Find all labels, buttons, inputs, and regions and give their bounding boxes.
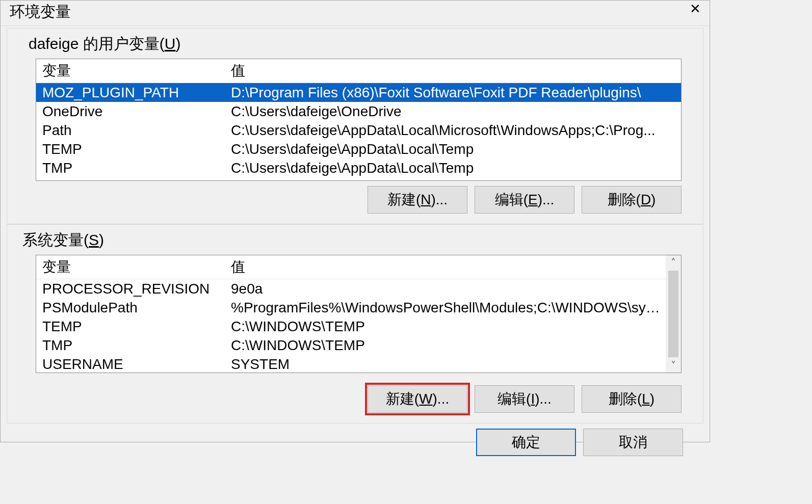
cell-value: D:\Program Files (x86)\Foxit Software\Fo…: [229, 83, 681, 102]
system-edit-button[interactable]: 编辑(I)...: [475, 385, 574, 413]
column-variable[interactable]: 变量: [36, 255, 229, 279]
cell-variable: PROCESSOR_REVISION: [36, 279, 229, 298]
list-header: 变量 值: [36, 59, 681, 83]
table-row[interactable]: PROCESSOR_REVISION9e0a: [36, 279, 666, 298]
scroll-down-icon[interactable]: ˅: [666, 358, 680, 373]
system-variables-list[interactable]: 变量 值 PROCESSOR_REVISION9e0aPSModulePath%…: [36, 255, 682, 373]
window-title: 环境变量: [10, 2, 71, 22]
user-variables-group: dafeige 的用户变量(U) 变量 值 MOZ_PLUGIN_PATHD:\…: [7, 28, 703, 224]
environment-variables-dialog: 环境变量 ✕ dafeige 的用户变量(U) 变量 值 MOZ_PLUGIN_…: [0, 0, 710, 442]
system-new-button[interactable]: 新建(W)...: [368, 385, 467, 413]
scroll-up-icon[interactable]: ˄: [666, 255, 680, 270]
cell-value: C:\Users\dafeige\AppData\Local\Temp: [229, 158, 681, 177]
cell-variable: TEMP: [36, 317, 229, 336]
table-row[interactable]: TMPC:\Users\dafeige\AppData\Local\Temp: [36, 158, 681, 177]
cell-value: C:\Users\dafeige\AppData\Local\Temp: [229, 140, 681, 158]
table-row[interactable]: USERNAMESYSTEM: [36, 355, 666, 374]
system-variables-group: 系统变量(S) 变量 值 PROCESSOR_REVISION9e0aPSMod…: [7, 224, 703, 423]
list-header: 变量 值: [36, 255, 666, 279]
ok-button[interactable]: 确定: [476, 429, 576, 456]
cell-variable: OneDrive: [36, 102, 229, 121]
user-variables-list[interactable]: 变量 值 MOZ_PLUGIN_PATHD:\Program Files (x8…: [36, 59, 682, 181]
cell-value: SYSTEM: [229, 355, 666, 374]
cell-variable: Path: [36, 121, 229, 140]
table-row[interactable]: MOZ_PLUGIN_PATHD:\Program Files (x86)\Fo…: [36, 83, 681, 102]
table-row[interactable]: PSModulePath%ProgramFiles%\WindowsPowerS…: [36, 298, 666, 317]
table-row[interactable]: TMPC:\WINDOWS\TEMP: [36, 336, 666, 355]
cell-variable: TMP: [36, 336, 229, 355]
user-label-post: ): [175, 35, 180, 52]
table-row[interactable]: TEMPC:\Users\dafeige\AppData\Local\Temp: [36, 140, 681, 158]
cell-variable: TEMP: [36, 140, 229, 158]
scroll-thumb[interactable]: [668, 271, 678, 357]
cell-value: C:\Users\dafeige\OneDrive: [229, 102, 681, 121]
cell-value: 9e0a: [229, 279, 666, 298]
cell-value: %ProgramFiles%\WindowsPowerShell\Modules…: [229, 298, 666, 317]
table-row[interactable]: PathC:\Users\dafeige\AppData\Local\Micro…: [36, 121, 681, 140]
cancel-button[interactable]: 取消: [583, 429, 683, 456]
dialog-buttons-row: 确定 取消: [1, 423, 710, 456]
column-value[interactable]: 值: [229, 59, 681, 83]
user-buttons-row: 新建(N)... 编辑(E)... 删除(D): [7, 181, 703, 220]
close-icon[interactable]: ✕: [684, 2, 706, 18]
system-label-post: ): [99, 231, 104, 248]
table-row[interactable]: OneDriveC:\Users\dafeige\OneDrive: [36, 102, 681, 121]
user-label-pre: dafeige 的用户变量(: [29, 35, 165, 52]
system-buttons-row: 新建(W)... 编辑(I)... 删除(L): [7, 373, 703, 419]
user-edit-button[interactable]: 编辑(E)...: [475, 186, 574, 214]
cell-value: C:\WINDOWS\TEMP: [229, 336, 666, 355]
cell-variable: USERNAME: [36, 355, 229, 374]
system-label-key: S: [89, 231, 99, 248]
system-delete-button[interactable]: 删除(L): [582, 385, 682, 413]
titlebar: 环境变量 ✕: [1, 1, 710, 26]
cell-value: C:\WINDOWS\TEMP: [229, 317, 666, 336]
user-label-key: U: [165, 35, 176, 52]
cell-variable: TMP: [36, 158, 229, 177]
user-new-button[interactable]: 新建(N)...: [368, 186, 467, 214]
cell-variable: PSModulePath: [36, 298, 229, 317]
user-rows: MOZ_PLUGIN_PATHD:\Program Files (x86)\Fo…: [36, 83, 681, 177]
user-variables-label: dafeige 的用户变量(U): [7, 29, 703, 59]
system-label-pre: 系统变量(: [22, 231, 89, 248]
cell-variable: MOZ_PLUGIN_PATH: [36, 83, 229, 102]
system-variables-label: 系统变量(S): [7, 225, 703, 255]
user-delete-button[interactable]: 删除(D): [582, 186, 682, 214]
column-value[interactable]: 值: [229, 255, 666, 279]
table-row[interactable]: TEMPC:\WINDOWS\TEMP: [36, 317, 666, 336]
system-rows: PROCESSOR_REVISION9e0aPSModulePath%Progr…: [36, 279, 666, 374]
cell-value: C:\Users\dafeige\AppData\Local\Microsoft…: [229, 121, 681, 140]
scrollbar-vertical[interactable]: ˄ ˅: [666, 255, 681, 373]
column-variable[interactable]: 变量: [36, 59, 229, 83]
